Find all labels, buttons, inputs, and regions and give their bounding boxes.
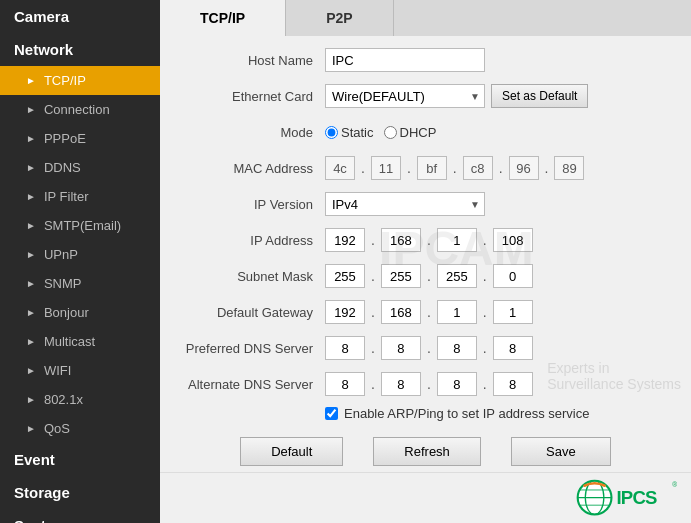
mac-seg-1 [371, 156, 401, 180]
subnet-mask-row: Subnet Mask . . . [180, 262, 671, 290]
mac-address-row: MAC Address . . . . . [180, 154, 671, 182]
default-gateway-label: Default Gateway [180, 305, 325, 320]
ethernet-card-label: Ethernet Card [180, 89, 325, 104]
subnet-seg-0[interactable] [325, 264, 365, 288]
ipcs-logo: IPCS ® [576, 479, 677, 517]
sidebar-item-label: SMTP(Email) [44, 218, 121, 233]
adns-seg-0[interactable] [325, 372, 365, 396]
gateway-dot-0: . [371, 304, 375, 320]
pdns-seg-0[interactable] [325, 336, 365, 360]
alternate-dns-row: Alternate DNS Server . . . [180, 370, 671, 398]
ip-seg-1[interactable] [381, 228, 421, 252]
mac-seg-5 [554, 156, 584, 180]
sidebar-category-system: System [0, 509, 160, 523]
ethernet-card-select[interactable]: Wire(DEFAULT) [325, 84, 485, 108]
ip-version-row: IP Version IPv4 IPv6 ▼ [180, 190, 671, 218]
sidebar-item-bonjour[interactable]: ► Bonjour [0, 298, 160, 327]
mac-seg-0 [325, 156, 355, 180]
arp-ping-row: Enable ARP/Ping to set IP address servic… [325, 406, 671, 421]
chevron-icon: ► [26, 365, 36, 376]
sidebar-item-upnp[interactable]: ► UPnP [0, 240, 160, 269]
tab-bar: TCP/IP P2P [160, 0, 691, 36]
preferred-dns-label: Preferred DNS Server [180, 341, 325, 356]
mac-dot-0: . [361, 160, 365, 176]
gateway-seg-2[interactable] [437, 300, 477, 324]
pdns-seg-2[interactable] [437, 336, 477, 360]
sidebar-category-network: Network [0, 33, 160, 66]
ip-seg-3[interactable] [493, 228, 533, 252]
subnet-mask-value: . . . [325, 264, 533, 288]
mode-static-label[interactable]: Static [325, 125, 374, 140]
save-button[interactable]: Save [511, 437, 611, 466]
sidebar-item-ddns[interactable]: ► DDNS [0, 153, 160, 182]
pdns-seg-3[interactable] [493, 336, 533, 360]
mode-dhcp-text: DHCP [400, 125, 437, 140]
ip-version-select[interactable]: IPv4 IPv6 [325, 192, 485, 216]
mac-dot-3: . [499, 160, 503, 176]
mode-row: Mode Static DHCP [180, 118, 671, 146]
sidebar: Camera Network ► TCP/IP ► Connection ► P… [0, 0, 160, 523]
sidebar-item-pppoe[interactable]: ► PPPoE [0, 124, 160, 153]
chevron-icon: ► [26, 394, 36, 405]
subnet-dot-1: . [427, 268, 431, 284]
action-buttons: Default Refresh Save [180, 427, 671, 472]
ip-seg-2[interactable] [437, 228, 477, 252]
ethernet-card-row: Ethernet Card Wire(DEFAULT) ▼ Set as Def… [180, 82, 671, 110]
sidebar-item-label: Connection [44, 102, 110, 117]
ethernet-card-value: Wire(DEFAULT) ▼ Set as Default [325, 84, 588, 108]
mode-dhcp-label[interactable]: DHCP [384, 125, 437, 140]
gateway-seg-0[interactable] [325, 300, 365, 324]
ip-dot-2: . [483, 232, 487, 248]
sidebar-item-label: PPPoE [44, 131, 86, 146]
host-name-label: Host Name [180, 53, 325, 68]
default-button[interactable]: Default [240, 437, 343, 466]
chevron-icon: ► [26, 307, 36, 318]
set-as-default-button[interactable]: Set as Default [491, 84, 588, 108]
sidebar-item-multicast[interactable]: ► Multicast [0, 327, 160, 356]
mode-dhcp-radio[interactable] [384, 126, 397, 139]
host-name-value [325, 48, 485, 72]
sidebar-item-ipfilter[interactable]: ► IP Filter [0, 182, 160, 211]
sidebar-item-label: Bonjour [44, 305, 89, 320]
sidebar-item-tcpip[interactable]: ► TCP/IP [0, 66, 160, 95]
sidebar-item-wifi[interactable]: ► WIFI [0, 356, 160, 385]
sidebar-item-snmp[interactable]: ► SNMP [0, 269, 160, 298]
chevron-icon: ► [26, 104, 36, 115]
refresh-button[interactable]: Refresh [373, 437, 481, 466]
mac-seg-4 [509, 156, 539, 180]
chevron-icon: ► [26, 191, 36, 202]
sidebar-item-connection[interactable]: ► Connection [0, 95, 160, 124]
gateway-seg-1[interactable] [381, 300, 421, 324]
chevron-icon: ► [26, 162, 36, 173]
sidebar-item-qos[interactable]: ► QoS [0, 414, 160, 443]
mac-seg-2 [417, 156, 447, 180]
arp-ping-label: Enable ARP/Ping to set IP address servic… [344, 406, 589, 421]
sidebar-item-8021x[interactable]: ► 802.1x [0, 385, 160, 414]
chevron-icon: ► [26, 336, 36, 347]
arp-ping-checkbox[interactable] [325, 407, 338, 420]
adns-seg-3[interactable] [493, 372, 533, 396]
sidebar-item-smtp[interactable]: ► SMTP(Email) [0, 211, 160, 240]
pdns-dot-2: . [483, 340, 487, 356]
ip-version-select-wrap: IPv4 IPv6 ▼ [325, 192, 485, 216]
pdns-seg-1[interactable] [381, 336, 421, 360]
subnet-seg-3[interactable] [493, 264, 533, 288]
adns-seg-1[interactable] [381, 372, 421, 396]
host-name-input[interactable] [325, 48, 485, 72]
subnet-dot-2: . [483, 268, 487, 284]
tab-p2p[interactable]: P2P [286, 0, 393, 36]
subnet-mask-label: Subnet Mask [180, 269, 325, 284]
adns-seg-2[interactable] [437, 372, 477, 396]
chevron-icon: ► [26, 75, 36, 86]
tab-tcpip[interactable]: TCP/IP [160, 0, 286, 36]
default-gateway-row: Default Gateway . . . [180, 298, 671, 326]
sidebar-item-label: TCP/IP [44, 73, 86, 88]
subnet-seg-1[interactable] [381, 264, 421, 288]
subnet-seg-2[interactable] [437, 264, 477, 288]
subnet-dot-0: . [371, 268, 375, 284]
gateway-dot-2: . [483, 304, 487, 320]
gateway-seg-3[interactable] [493, 300, 533, 324]
ip-version-label: IP Version [180, 197, 325, 212]
mode-static-radio[interactable] [325, 126, 338, 139]
ip-seg-0[interactable] [325, 228, 365, 252]
